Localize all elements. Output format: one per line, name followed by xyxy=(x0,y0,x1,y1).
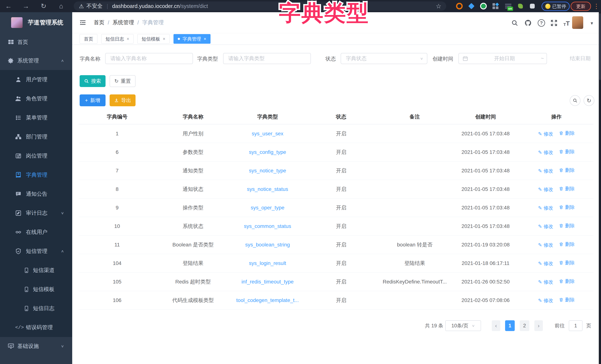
edit-link[interactable]: ✎修改 xyxy=(538,260,553,267)
sidebar-item-sms[interactable]: 短信管理 ∧ xyxy=(0,242,72,261)
help-icon[interactable]: ? xyxy=(537,19,545,27)
goto-page-input[interactable] xyxy=(569,323,582,329)
address-bar[interactable]: ⚠ 不安全 | dashboard.yudao.iocoder.cn /syst… xyxy=(74,1,446,11)
search-button[interactable]: 搜索 xyxy=(80,75,106,87)
delete-link[interactable]: 删除 xyxy=(559,297,575,303)
status-select[interactable]: ∨ xyxy=(341,53,427,64)
sidebar-item-menus[interactable]: 菜单管理 xyxy=(0,108,72,127)
delete-link[interactable]: 删除 xyxy=(559,222,575,229)
prev-page-button[interactable]: ‹ xyxy=(492,320,500,331)
sidebar-item-sms-template[interactable]: 短信模板 xyxy=(0,280,72,299)
extension-gem-icon[interactable] xyxy=(468,3,475,10)
breadcrumb-system[interactable]: 系统管理 xyxy=(113,19,134,26)
add-button[interactable]: + 新增 xyxy=(80,94,106,106)
page-size-select[interactable]: 10条/页 ∨ xyxy=(445,320,481,331)
edit-link[interactable]: ✎修改 xyxy=(538,242,553,248)
dict-type-input[interactable] xyxy=(223,56,311,61)
cell-type-link[interactable]: inf_redis_timeout_type xyxy=(230,273,305,291)
cell-type-link[interactable]: sys_user_sex xyxy=(230,124,305,143)
close-icon[interactable]: × xyxy=(163,36,165,41)
start-date-input[interactable] xyxy=(468,56,540,61)
profile-paused-badge[interactable]: 已暂停 xyxy=(541,2,570,11)
end-date-input[interactable] xyxy=(545,56,601,61)
delete-link[interactable]: 删除 xyxy=(559,204,575,211)
sidebar-item-home[interactable]: 首页 xyxy=(0,33,72,51)
extension-grid-icon[interactable] xyxy=(492,3,499,10)
delete-link[interactable]: 删除 xyxy=(559,241,575,248)
user-avatar[interactable] xyxy=(572,16,583,29)
extension-puzzle-icon[interactable] xyxy=(529,3,536,10)
security-label[interactable]: 不安全 xyxy=(86,2,103,10)
delete-link[interactable]: 删除 xyxy=(559,149,575,155)
dict-name-input[interactable] xyxy=(106,56,192,61)
tab-dict-active[interactable]: 字典管理 × xyxy=(173,34,210,44)
close-icon[interactable]: × xyxy=(204,36,206,41)
page-button-2[interactable]: 2 xyxy=(520,320,529,331)
breadcrumb-home[interactable]: 首页 xyxy=(94,19,104,26)
sidebar-item-system[interactable]: 系统管理 ∧ xyxy=(0,51,72,70)
cell-type-link[interactable]: tool_codegen_template_t... xyxy=(230,291,305,310)
cell-type-link[interactable]: sys_oper_type xyxy=(230,199,305,217)
date-range-picker[interactable]: ~ xyxy=(459,53,547,64)
status-select-input[interactable] xyxy=(341,56,420,61)
sidebar-item-sms-channel[interactable]: 短信渠道 xyxy=(0,261,72,280)
refresh-table-button[interactable]: ↻ xyxy=(584,95,594,106)
browser-reload-icon[interactable]: ↻ xyxy=(38,0,49,12)
sidebar-item-infrastructure[interactable]: 基础设施 ∨ xyxy=(0,337,72,355)
cell-type-link[interactable]: sys_notice_status xyxy=(230,180,305,199)
delete-link[interactable]: 删除 xyxy=(559,167,575,173)
edit-link[interactable]: ✎修改 xyxy=(538,297,553,304)
avatar-caret-icon[interactable]: ▾ xyxy=(591,20,593,26)
export-button[interactable]: 导出 xyxy=(110,94,136,106)
cell-type-link[interactable]: sys_login_result xyxy=(230,254,305,273)
delete-link[interactable]: 删除 xyxy=(559,278,575,284)
edit-link[interactable]: ✎修改 xyxy=(538,279,553,285)
fullscreen-icon[interactable] xyxy=(550,19,558,27)
sidebar-item-notice[interactable]: 通知公告 xyxy=(0,184,72,203)
extension-green-icon[interactable] xyxy=(480,3,487,10)
tab-home[interactable]: 首页 xyxy=(80,34,97,44)
sidebar-item-dict[interactable]: 字典管理 xyxy=(0,165,72,184)
hamburger-icon[interactable] xyxy=(79,19,86,26)
cell-type-link[interactable]: sys_config_type xyxy=(230,143,305,162)
cell-type-link[interactable]: sys_common_status xyxy=(230,217,305,235)
extension-leaf-icon[interactable] xyxy=(517,3,524,10)
edit-link[interactable]: ✎修改 xyxy=(538,223,553,230)
delete-link[interactable]: 删除 xyxy=(559,130,575,136)
edit-link[interactable]: ✎修改 xyxy=(538,205,553,211)
cell-type-link[interactable]: sys_notice_type xyxy=(230,162,305,180)
cell-type-link[interactable]: sys_boolean_string xyxy=(230,235,305,254)
browser-back-icon[interactable]: ← xyxy=(3,0,14,12)
next-page-button[interactable]: › xyxy=(534,320,543,331)
tab-sms-log[interactable]: 短信日志 × xyxy=(101,34,133,44)
github-icon[interactable] xyxy=(524,19,532,27)
bookmark-star-icon[interactable]: ☆ xyxy=(436,2,441,10)
font-size-icon[interactable]: TT xyxy=(562,19,571,27)
edit-link[interactable]: ✎修改 xyxy=(538,186,553,193)
edit-link[interactable]: ✎修改 xyxy=(538,149,553,156)
sidebar-item-posts[interactable]: 岗位管理 xyxy=(0,146,72,165)
browser-update-button[interactable]: 更新 xyxy=(571,2,591,11)
header-search-icon[interactable] xyxy=(511,19,519,27)
sidebar-item-online-users[interactable]: 在线用户 xyxy=(0,222,72,242)
sidebar-item-roles[interactable]: 角色管理 xyxy=(0,89,72,108)
sidebar-item-departments[interactable]: 部门管理 xyxy=(0,127,72,146)
scrollbar-thumb[interactable] xyxy=(599,13,601,80)
sidebar-item-sms-log[interactable]: 短信日志 xyxy=(0,299,72,318)
extension-on-icon[interactable]: on xyxy=(505,3,512,10)
browser-home-icon[interactable]: ⌂ xyxy=(56,0,67,12)
edit-link[interactable]: ✎修改 xyxy=(538,131,553,137)
edit-link[interactable]: ✎修改 xyxy=(538,168,553,174)
close-icon[interactable]: × xyxy=(127,36,129,41)
sidebar-item-users[interactable]: 用户管理 xyxy=(0,70,72,89)
toggle-search-button[interactable] xyxy=(570,95,581,106)
tab-sms-template[interactable]: 短信模板 × xyxy=(137,34,170,44)
window-scrollbar[interactable] xyxy=(599,12,601,364)
delete-link[interactable]: 删除 xyxy=(559,260,575,266)
extension-orange-icon[interactable] xyxy=(456,3,463,10)
browser-menu-icon[interactable]: ⋮ xyxy=(593,0,600,12)
sidebar-item-audit-log[interactable]: 审计日志 ∨ xyxy=(0,203,72,222)
reset-button[interactable]: ↻ 重置 xyxy=(110,75,136,87)
sidebar-item-error-code[interactable]: </> 错误码管理 xyxy=(0,318,72,337)
browser-forward-icon[interactable]: → xyxy=(20,0,31,12)
